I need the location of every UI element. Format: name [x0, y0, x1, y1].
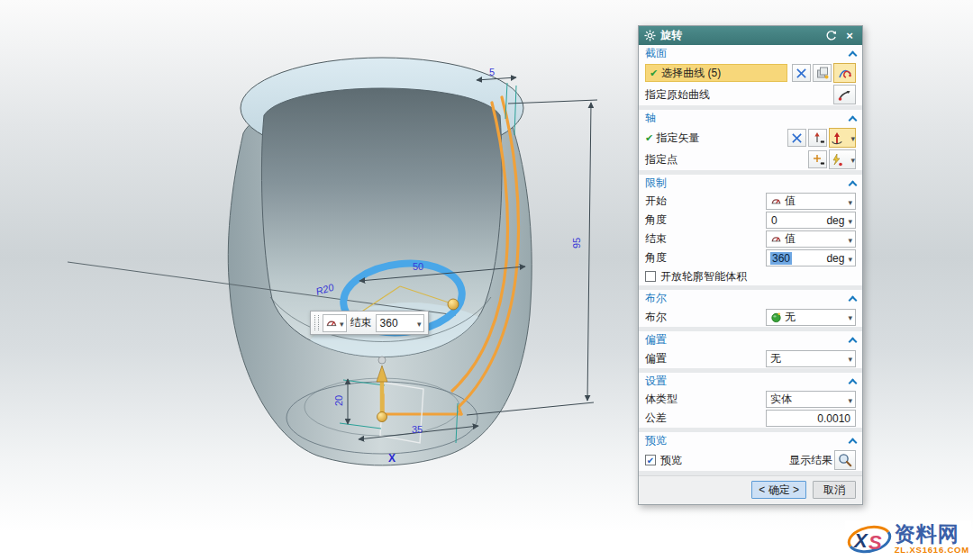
- origin-curve-row: 指定原始曲线: [639, 84, 862, 105]
- open-profile-checkbox[interactable]: [645, 271, 656, 282]
- chevron-up-icon[interactable]: [849, 180, 858, 189]
- select-curve-field[interactable]: 选择曲线 (5): [645, 64, 787, 82]
- tolerance-input[interactable]: 0.0010: [766, 410, 856, 427]
- caret-down-icon: [417, 317, 422, 330]
- point-dialog-button[interactable]: [808, 150, 827, 168]
- body-type-dropdown[interactable]: 实体: [766, 391, 856, 408]
- boolean-group: 布尔 布尔 无: [639, 290, 862, 327]
- origin-curve-button[interactable]: [833, 85, 856, 104]
- end-type-dropdown[interactable]: 值: [766, 230, 856, 248]
- revolve-dialog[interactable]: 旋转 × 截面 选择曲线 (5): [638, 25, 863, 505]
- onscreen-input-toolbar[interactable]: 结束 360: [310, 311, 429, 335]
- selection-intent-button[interactable]: [833, 63, 856, 83]
- boolean-row: 布尔 无: [639, 307, 862, 327]
- caret-down-icon: [340, 317, 344, 330]
- chevron-up-icon[interactable]: [849, 295, 858, 304]
- reset-button[interactable]: [823, 29, 838, 43]
- reverse-vector-button[interactable]: [787, 129, 806, 147]
- preview-checkbox[interactable]: [645, 455, 656, 465]
- origin-curve-label: 指定原始曲线: [645, 87, 710, 103]
- origin-curve-icon: [838, 88, 851, 102]
- angle-drag-sphere[interactable]: [448, 299, 459, 310]
- boolean-dropdown[interactable]: 无: [766, 309, 856, 326]
- start-label: 开始: [645, 194, 667, 209]
- axis-header[interactable]: 轴: [639, 110, 862, 127]
- chevron-up-icon[interactable]: [849, 50, 858, 59]
- dim-wall-thickness[interactable]: 5: [489, 67, 495, 77]
- dialog-titlebar[interactable]: 旋转 ×: [639, 26, 862, 45]
- section-header[interactable]: 截面: [639, 45, 862, 62]
- value-gauge-icon: [770, 195, 782, 207]
- end-angle-label: 角度: [645, 250, 667, 266]
- cancel-button[interactable]: 取消: [813, 481, 856, 499]
- settings-header[interactable]: 设置: [639, 373, 862, 390]
- dim-height[interactable]: 95: [571, 238, 582, 248]
- body-type-value: 实体: [770, 392, 792, 407]
- magnifier-icon: [838, 453, 852, 467]
- section-header-label: 截面: [645, 46, 667, 61]
- checkmark-icon: [647, 454, 654, 466]
- caret-down-icon: [848, 393, 852, 406]
- open-profile-row: 开放轮廓智能体积: [639, 267, 862, 285]
- offset-dropdown[interactable]: 无: [766, 350, 856, 367]
- watermark: X S 资料网 ZL.XS1616.COM: [845, 520, 971, 558]
- dim-base-height[interactable]: 20: [333, 395, 344, 406]
- axis-base-sphere[interactable]: [377, 412, 387, 422]
- vector-dialog-button[interactable]: [808, 129, 827, 147]
- ok-button-label: < 确定 >: [759, 483, 799, 498]
- drag-grip[interactable]: [314, 315, 319, 330]
- ok-button[interactable]: < 确定 >: [751, 481, 806, 499]
- select-curve-label: 选择曲线 (5): [661, 66, 721, 81]
- open-profile-label: 开放轮廓智能体积: [660, 269, 747, 285]
- chevron-up-icon[interactable]: [849, 115, 858, 124]
- chevron-up-icon[interactable]: [849, 438, 858, 447]
- end-angle-value[interactable]: 360: [770, 252, 792, 265]
- preview-header[interactable]: 预览: [639, 432, 862, 449]
- vector-option-dropdown[interactable]: [829, 128, 856, 148]
- value-gauge-icon: [770, 233, 782, 245]
- start-angle-value[interactable]: 0: [770, 214, 823, 227]
- end-row: 结束 值: [639, 230, 862, 248]
- point-option-dropdown[interactable]: [829, 149, 856, 169]
- boolean-header[interactable]: 布尔: [639, 290, 862, 307]
- caret-down-icon: [848, 233, 852, 246]
- preview-header-label: 预览: [645, 433, 667, 448]
- snap-point-icon: [830, 153, 843, 167]
- curve-rule-button[interactable]: [813, 64, 832, 82]
- point-constructor-icon: [812, 153, 824, 166]
- end-angle-value: 360: [380, 317, 398, 330]
- axis-origin-sphere[interactable]: [378, 357, 386, 364]
- chevron-up-icon[interactable]: [849, 337, 858, 346]
- chevron-up-icon[interactable]: [849, 378, 858, 387]
- start-type-value: 值: [785, 194, 796, 209]
- offset-header[interactable]: 偏置: [639, 331, 862, 348]
- end-angle-input[interactable]: 360 deg: [766, 249, 856, 266]
- section-group: 截面 选择曲线 (5): [639, 45, 862, 105]
- swap-cross-icon: [796, 68, 807, 79]
- value-gauge-icon: [325, 317, 338, 330]
- offset-value: 无: [770, 351, 781, 366]
- end-angle-combo[interactable]: 360: [376, 314, 424, 332]
- start-angle-input[interactable]: 0 deg: [766, 212, 856, 229]
- start-type-dropdown[interactable]: 值: [766, 193, 856, 210]
- deselect-swap-button[interactable]: [792, 64, 811, 82]
- dim-top-radius[interactable]: 50: [413, 261, 423, 272]
- logo-letter-x: X: [852, 529, 868, 552]
- gear-icon: [644, 30, 656, 41]
- caret-down-icon: [848, 252, 852, 265]
- body-type-row: 体类型 实体: [639, 390, 862, 409]
- boolean-label: 布尔: [645, 310, 667, 325]
- check-icon: [650, 67, 658, 79]
- limits-header[interactable]: 限制: [639, 175, 862, 192]
- close-button[interactable]: ×: [842, 29, 857, 43]
- caret-down-icon: [848, 352, 852, 365]
- model-vase[interactable]: [228, 58, 532, 465]
- limit-option-dropdown[interactable]: [323, 314, 347, 332]
- end-type-value: 值: [785, 231, 796, 247]
- show-result-button[interactable]: [834, 450, 856, 470]
- start-row: 开始 值: [639, 192, 862, 211]
- dim-base-radius[interactable]: 35: [412, 424, 423, 435]
- axis-header-label: 轴: [645, 111, 656, 126]
- start-angle-row: 角度 0 deg: [639, 211, 862, 230]
- specify-vector-label: 指定矢量: [657, 131, 700, 146]
